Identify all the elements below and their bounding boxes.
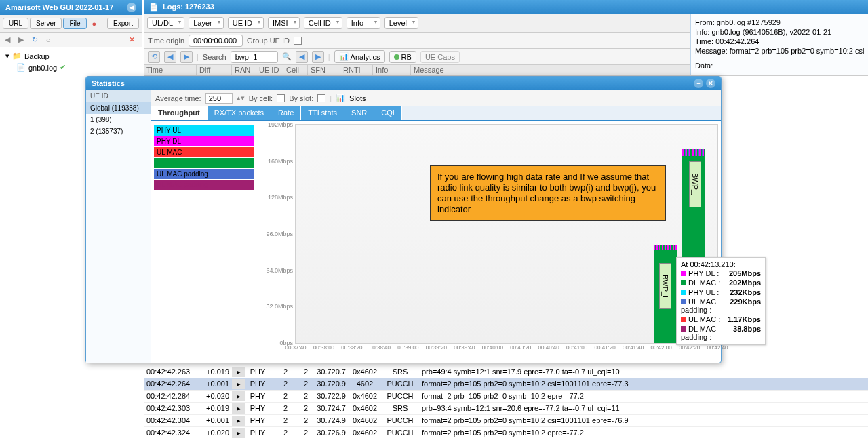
imsi-select[interactable]: IMSI xyxy=(268,17,300,29)
find-next-icon[interactable]: ▶ xyxy=(312,51,324,63)
search-label: Search xyxy=(203,53,226,61)
slots-chart-icon: 📊 xyxy=(336,94,345,102)
cellid-select[interactable]: Cell ID xyxy=(304,17,342,29)
cell-message: format=2 prb=105 prb2=0 symb=10:2 csi=10… xyxy=(419,379,868,389)
expand-icon[interactable]: ▾ xyxy=(5,52,9,60)
prev-icon[interactable]: ◀ xyxy=(164,51,176,63)
cell-ueid: 2 xyxy=(270,379,290,389)
x-tick-label: 00:38:20 xyxy=(341,344,362,351)
legend-phydl[interactable]: PHY DL xyxy=(154,136,254,146)
col-ueid[interactable]: UE ID xyxy=(256,65,283,75)
url-button[interactable]: URL xyxy=(3,18,28,29)
logs-title: Logs: 1276233 xyxy=(163,3,214,11)
tab-cqi[interactable]: CQI xyxy=(374,106,402,120)
cell-layer: PHY xyxy=(245,379,270,389)
groupue-checkbox[interactable] xyxy=(294,37,302,45)
find-prev-icon[interactable]: ◀ xyxy=(296,51,308,63)
server-button[interactable]: Server xyxy=(30,18,62,29)
legend-ulmac[interactable]: UL MAC xyxy=(154,147,254,157)
byslot-checkbox[interactable] xyxy=(317,94,326,102)
y-tick-label: 64.0Mbps xyxy=(260,267,293,274)
col-time[interactable]: Time xyxy=(144,65,197,75)
info-select[interactable]: Info xyxy=(347,17,380,29)
find-icon[interactable]: 🔍 xyxy=(282,52,292,61)
tree-file-gnb0[interactable]: 📄 gnb0.log ✔ xyxy=(3,62,139,73)
close-icon[interactable]: ✕ xyxy=(126,35,137,45)
ue-item-global[interactable]: Global (119358) xyxy=(86,102,151,114)
cell-message: prb=49:4 symb=12:1 snr=17.9 epre=-77.0 t… xyxy=(419,367,868,377)
col-cell[interactable]: Cell xyxy=(283,65,308,75)
annotation-callout: If you are flowing high data rate and If… xyxy=(430,165,666,221)
x-tick-label: 00:42:40 xyxy=(707,344,728,351)
tab-rate[interactable]: Rate xyxy=(271,106,301,120)
log-row[interactable]: 00:42:42.263+0.019▸PHY2230.720.70x4602SR… xyxy=(144,366,868,378)
forward-icon[interactable]: ▶ xyxy=(16,35,26,45)
next-icon[interactable]: ▶ xyxy=(180,51,193,63)
ue-item-1[interactable]: 1 (398) xyxy=(86,114,151,125)
x-tick-label: 00:37:40 xyxy=(285,344,306,351)
back-icon[interactable]: ◀ xyxy=(2,35,13,45)
cell-time: 00:42:42.303 xyxy=(144,403,197,414)
file-button[interactable]: File xyxy=(63,18,86,29)
cell-layer: PHY xyxy=(245,367,270,377)
cell-cellid: 2 xyxy=(290,391,311,401)
close-window-icon[interactable]: ✕ xyxy=(706,79,715,88)
stats-title: Statistics xyxy=(92,79,125,87)
stop-icon[interactable]: ○ xyxy=(43,35,54,45)
rb-button[interactable]: RB xyxy=(389,51,416,63)
minimize-icon[interactable]: – xyxy=(694,79,703,88)
legend-phyul[interactable]: PHY UL xyxy=(154,125,254,136)
cell-cellid: 2 xyxy=(290,403,311,414)
separator: | xyxy=(330,94,332,102)
ueid-select[interactable]: UE ID xyxy=(228,17,264,29)
legend-dlmac[interactable]: DL MAC xyxy=(154,158,254,168)
tab-tti[interactable]: TTI stats xyxy=(301,106,344,120)
layer-select[interactable]: Layer xyxy=(189,17,224,29)
col-sfn[interactable]: SFN xyxy=(308,65,340,75)
alert-icon[interactable]: ● xyxy=(88,20,101,28)
dot-icon xyxy=(681,290,686,295)
tab-rxtx[interactable]: RX/TX packets xyxy=(208,106,271,120)
col-ran[interactable]: RAN xyxy=(232,65,256,75)
log-row[interactable]: 00:42:42.264+0.001▸PHY2230.720.94602PUCC… xyxy=(144,378,868,391)
dot-icon xyxy=(681,299,686,304)
tab-snr[interactable]: SNR xyxy=(344,106,374,120)
cell-message: prb=93:4 symb=12:1 snr=20.6 epre=-77.2 t… xyxy=(419,403,868,414)
bwp-j-label: BWP_j xyxy=(689,161,701,207)
uldl-select[interactable]: UL/DL xyxy=(147,17,184,29)
log-row[interactable]: 00:42:42.324+0.020▸PHY2230.726.90x4602PU… xyxy=(144,427,868,438)
col-info[interactable]: Info xyxy=(373,65,411,75)
legend-ulmacpad[interactable]: UL MAC padding xyxy=(154,169,254,179)
search-input[interactable]: bwp=1 xyxy=(231,51,278,63)
level-select[interactable]: Level xyxy=(384,17,418,29)
avgtime-input[interactable]: 250 xyxy=(205,93,233,104)
log-row[interactable]: 00:42:42.304+0.001▸PHY2230.724.90x4602PU… xyxy=(144,415,868,427)
home-icon[interactable]: ⟲ xyxy=(148,51,160,63)
legend-dlmacpad[interactable]: DL MAC padding xyxy=(154,180,254,190)
col-diff[interactable]: Diff xyxy=(197,65,232,75)
sidebar-collapse-icon[interactable]: ◀ xyxy=(127,3,136,12)
stats-header[interactable]: Statistics – ✕ xyxy=(86,77,721,90)
refresh-icon[interactable]: ↻ xyxy=(29,35,40,45)
col-rnti[interactable]: RNTI xyxy=(340,65,373,75)
log-row[interactable]: 00:42:42.303+0.019▸PHY2230.724.70x4602SR… xyxy=(144,403,868,415)
uecaps-button[interactable]: UE Caps xyxy=(420,51,460,63)
tab-throughput[interactable]: Throughput xyxy=(151,106,208,120)
analytics-button[interactable]: 📊 Analytics xyxy=(334,50,385,63)
log-row[interactable]: 00:42:42.284+0.020▸PHY2230.722.90x4602PU… xyxy=(144,391,868,403)
slots-button[interactable]: Slots xyxy=(349,94,366,102)
separator: | xyxy=(197,53,199,61)
check-icon: ✔ xyxy=(60,63,66,72)
tree-folder-backup[interactable]: ▾ 📁 Backup xyxy=(3,50,139,62)
cell-direction-icon: ▸ xyxy=(232,391,245,401)
ue-item-2[interactable]: 2 (135737) xyxy=(86,125,151,137)
cell-diff: +0.001 xyxy=(197,416,232,426)
bycell-checkbox[interactable] xyxy=(277,94,285,102)
detail-time: Time: 00:42:42.264 xyxy=(695,37,864,46)
cell-rnti: 0x4602 xyxy=(349,416,381,426)
timeorigin-input[interactable]: 00:00:00.000 xyxy=(189,35,243,47)
throughput-chart[interactable]: BWP_i BWP_j If you are flowing high data… xyxy=(257,121,721,363)
cell-sfn: 30.722.9 xyxy=(311,391,349,401)
export-button[interactable]: Export xyxy=(107,18,139,29)
spinner-up-icon[interactable]: ▴▾ xyxy=(237,94,245,102)
